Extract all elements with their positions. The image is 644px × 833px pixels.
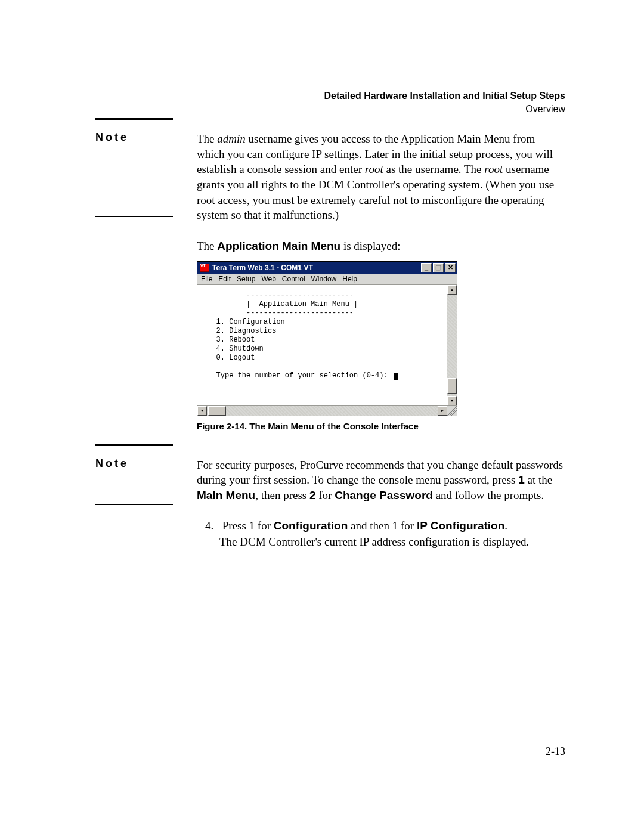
footer-rule <box>95 735 565 735</box>
lead-in: The Application Main Menu is displayed: <box>197 240 565 253</box>
text: is displayed: <box>340 240 400 252</box>
note-block-1: Note The admin username gives you access… <box>95 131 565 223</box>
note-rule <box>95 444 173 446</box>
text: as the username. The <box>383 163 485 175</box>
menu-name: Main Menu <box>197 489 255 501</box>
note-body: For security purposes, ProCurve recommen… <box>197 457 565 503</box>
keypress: 2 <box>309 489 316 501</box>
text: The <box>197 132 217 145</box>
note-block-2: Note For security purposes, ProCurve rec… <box>95 457 565 503</box>
menu-name: Application Main Menu <box>217 240 340 252</box>
menu-help[interactable]: Help <box>342 275 357 283</box>
scroll-thumb[interactable] <box>447 378 457 394</box>
running-head: Detailed Hardware Installation and Initi… <box>324 89 565 115</box>
page-number: 2-13 <box>546 745 565 758</box>
note-rule <box>95 216 173 217</box>
note-rule <box>95 504 173 505</box>
scroll-down-icon[interactable]: ▾ <box>447 396 457 405</box>
close-button[interactable]: ✕ <box>445 263 456 272</box>
vertical-scrollbar[interactable]: ▴ ▾ <box>447 285 457 405</box>
horizontal-scrollbar[interactable]: ◂ ▸ <box>197 405 457 416</box>
note-label: Note <box>95 457 173 470</box>
text: For security purposes, ProCurve recommen… <box>197 459 563 487</box>
figure-caption: Figure 2-14. The Main Menu of the Consol… <box>197 421 565 431</box>
scroll-right-icon[interactable]: ▸ <box>438 406 447 416</box>
doc-section-subtitle: Overview <box>324 103 565 116</box>
step-4: 4. Press 1 for Configuration and then 1 … <box>205 518 565 550</box>
text: The <box>197 240 217 252</box>
keypress: 1 <box>518 473 525 486</box>
scroll-thumb[interactable] <box>208 406 226 416</box>
menu-control[interactable]: Control <box>282 275 305 283</box>
text: for <box>316 489 335 501</box>
text: Press 1 for <box>222 519 274 532</box>
resize-grip-icon[interactable] <box>447 406 457 416</box>
username-root: root <box>365 163 383 175</box>
text: and then 1 for <box>348 519 417 532</box>
app-icon <box>200 264 209 272</box>
note-label: Note <box>95 131 173 144</box>
text: . <box>504 519 507 532</box>
text-cursor <box>394 373 398 380</box>
scroll-left-icon[interactable]: ◂ <box>197 406 207 416</box>
step-number: 4. <box>205 518 219 534</box>
client-area: ------------------------- | Application … <box>197 285 457 405</box>
window-title-bar[interactable]: Tera Term Web 3.1 - COM1 VT _ ▢ ✕ <box>197 262 457 274</box>
menu-name: IP Configuration <box>417 519 504 532</box>
scroll-track[interactable] <box>447 295 457 396</box>
menu-web[interactable]: Web <box>261 275 275 283</box>
menu-bar: File Edit Setup Web Control Window Help <box>197 274 457 285</box>
maximize-button[interactable]: ▢ <box>433 263 444 272</box>
menu-setup[interactable]: Setup <box>237 275 255 283</box>
page: Detailed Hardware Installation and Initi… <box>0 0 644 833</box>
terminal-window: Tera Term Web 3.1 - COM1 VT _ ▢ ✕ File E… <box>197 261 457 416</box>
window-buttons: _ ▢ ✕ <box>421 263 456 272</box>
terminal-output[interactable]: ------------------------- | Application … <box>197 285 447 405</box>
scroll-track[interactable] <box>207 406 438 416</box>
username-admin: admin <box>217 132 246 145</box>
text: at the <box>525 473 552 486</box>
minimize-button[interactable]: _ <box>421 263 432 272</box>
window-title: Tera Term Web 3.1 - COM1 VT <box>212 264 421 272</box>
menu-name: Change Password <box>335 489 433 501</box>
text: , then press <box>255 489 309 501</box>
username-root: root <box>484 163 503 175</box>
text: and follow the prompts. <box>433 489 544 501</box>
scroll-up-icon[interactable]: ▴ <box>447 285 457 295</box>
menu-window[interactable]: Window <box>311 275 337 283</box>
doc-section-title: Detailed Hardware Installation and Initi… <box>324 89 565 103</box>
menu-file[interactable]: File <box>201 275 212 283</box>
menu-edit[interactable]: Edit <box>218 275 231 283</box>
note-body: The admin username gives you access to t… <box>197 131 565 223</box>
note-rule <box>95 118 173 120</box>
figure-terminal: Tera Term Web 3.1 - COM1 VT _ ▢ ✕ File E… <box>197 261 565 416</box>
menu-name: Configuration <box>274 519 348 532</box>
text: The DCM Controller's current IP address … <box>219 535 529 548</box>
